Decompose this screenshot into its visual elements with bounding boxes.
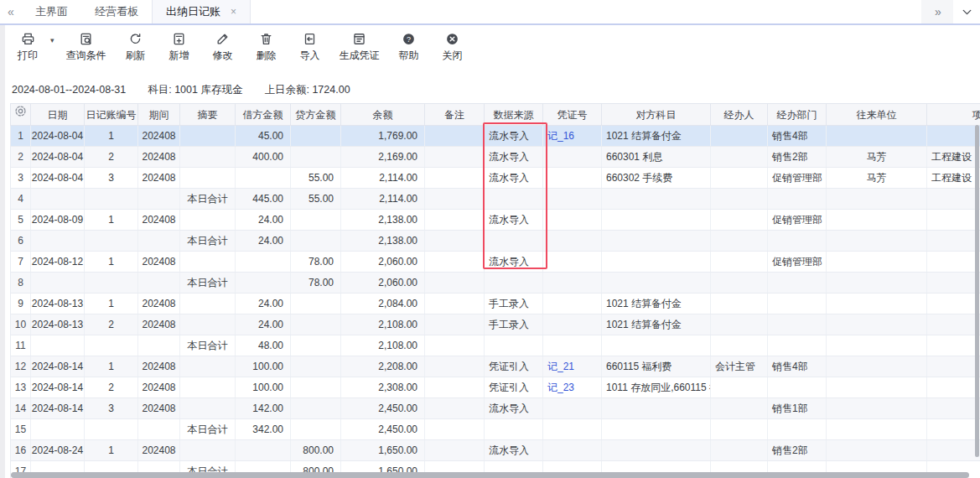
cell[interactable] bbox=[711, 126, 768, 147]
cell[interactable] bbox=[768, 419, 827, 440]
table-row-3[interactable]: 32024-08-04320240855.002,114.00流水导入66030… bbox=[11, 168, 980, 189]
cell[interactable] bbox=[927, 419, 980, 440]
cell[interactable] bbox=[768, 231, 827, 252]
column-header-5[interactable]: 借方金额 bbox=[236, 104, 291, 126]
cell[interactable]: 202408 bbox=[138, 356, 180, 377]
cell[interactable]: 凭证引入 bbox=[485, 356, 543, 377]
cell[interactable] bbox=[711, 398, 768, 419]
column-header-12[interactable]: 经办人 bbox=[711, 104, 768, 126]
cell[interactable] bbox=[927, 335, 980, 356]
toolbar-button-close[interactable]: 关闭 bbox=[438, 31, 467, 63]
cell[interactable]: 202408 bbox=[138, 126, 180, 147]
cell[interactable] bbox=[31, 189, 85, 210]
cell[interactable]: 2024-08-13 bbox=[31, 314, 85, 335]
table-row-1[interactable]: 12024-08-04120240845.001,769.00流水导入记_161… bbox=[11, 126, 980, 147]
table-row-8[interactable]: 8本日合计78.002,060.00 bbox=[11, 273, 980, 294]
cell[interactable] bbox=[85, 189, 138, 210]
cell[interactable]: 202408 bbox=[138, 252, 180, 273]
cell[interactable]: 1 bbox=[85, 440, 138, 461]
cell[interactable] bbox=[180, 398, 236, 419]
tab-close-icon[interactable]: × bbox=[231, 7, 236, 17]
cell[interactable] bbox=[485, 189, 543, 210]
cell[interactable]: 1021 结算备付金 bbox=[602, 314, 711, 335]
column-header-4[interactable]: 摘要 bbox=[180, 104, 236, 126]
column-settings-button[interactable] bbox=[11, 104, 31, 126]
table-row-4[interactable]: 4本日合计445.0055.002,114.00 bbox=[11, 189, 980, 210]
cell[interactable] bbox=[31, 419, 85, 440]
cell[interactable]: 马芳 bbox=[827, 147, 927, 168]
cell[interactable] bbox=[927, 398, 980, 419]
cell[interactable] bbox=[827, 189, 927, 210]
cell[interactable] bbox=[711, 419, 768, 440]
cell[interactable] bbox=[236, 440, 291, 461]
cell[interactable] bbox=[711, 377, 768, 398]
cell[interactable]: 销售2部 bbox=[768, 440, 827, 461]
cell[interactable] bbox=[138, 189, 180, 210]
cell[interactable] bbox=[425, 168, 485, 189]
column-header-13[interactable]: 经办部门 bbox=[768, 104, 827, 126]
cell[interactable] bbox=[543, 294, 602, 314]
vertical-scrollbar[interactable] bbox=[975, 125, 979, 457]
cell[interactable] bbox=[711, 314, 768, 335]
cell[interactable] bbox=[291, 147, 341, 168]
cell[interactable]: 本日合计 bbox=[180, 419, 236, 440]
cell[interactable]: 24.00 bbox=[236, 294, 291, 314]
toolbar-button-refresh[interactable]: 刷新 bbox=[122, 31, 150, 63]
cell[interactable]: 14 bbox=[11, 398, 31, 419]
cell[interactable] bbox=[425, 231, 485, 252]
cell[interactable]: 手工录入 bbox=[485, 314, 543, 335]
cell[interactable]: 2024-08-24 bbox=[31, 440, 85, 461]
cell[interactable] bbox=[180, 210, 236, 231]
cell[interactable] bbox=[602, 210, 711, 231]
cell[interactable] bbox=[827, 314, 927, 335]
cell[interactable]: 2024-08-14 bbox=[31, 377, 85, 398]
cell[interactable] bbox=[180, 252, 236, 273]
print-dropdown-icon[interactable]: ▾ bbox=[50, 36, 54, 44]
cell[interactable] bbox=[180, 147, 236, 168]
cell[interactable]: 2024-08-14 bbox=[31, 398, 85, 419]
cell[interactable] bbox=[485, 231, 543, 252]
cell[interactable]: 9 bbox=[11, 294, 31, 314]
cell[interactable]: 工程建设 bbox=[927, 168, 980, 189]
cell[interactable]: 100.00 bbox=[236, 377, 291, 398]
table-row-10[interactable]: 102024-08-13220240824.002,108.00手工录入1021… bbox=[11, 314, 980, 335]
cell[interactable]: 8 bbox=[11, 273, 31, 294]
table-row-15[interactable]: 15本日合计342.002,450.00 bbox=[11, 419, 980, 440]
cell[interactable]: 445.00 bbox=[236, 189, 291, 210]
cell[interactable]: 马芳 bbox=[827, 168, 927, 189]
horizontal-scrollbar[interactable] bbox=[11, 472, 969, 478]
cell[interactable] bbox=[827, 335, 927, 356]
tab-1[interactable]: 主界面 bbox=[22, 0, 81, 23]
cell[interactable] bbox=[602, 419, 711, 440]
cell[interactable]: 2024-08-13 bbox=[31, 294, 85, 314]
cell[interactable]: 2,084.00 bbox=[341, 294, 425, 314]
cell[interactable] bbox=[827, 440, 927, 461]
cell[interactable] bbox=[543, 273, 602, 294]
cell[interactable]: 2 bbox=[85, 377, 138, 398]
cell[interactable] bbox=[768, 377, 827, 398]
cell[interactable] bbox=[711, 252, 768, 273]
cell[interactable]: 销售4部 bbox=[768, 126, 827, 147]
cell[interactable] bbox=[543, 419, 602, 440]
cell[interactable] bbox=[180, 294, 236, 314]
toolbar-button-import[interactable]: 导入 bbox=[296, 31, 324, 63]
cell[interactable] bbox=[543, 168, 602, 189]
cell[interactable] bbox=[711, 273, 768, 294]
cell[interactable]: 10 bbox=[11, 314, 31, 335]
cell[interactable]: 142.00 bbox=[236, 398, 291, 419]
cell[interactable]: 5 bbox=[11, 210, 31, 231]
cell[interactable]: 工程建设 bbox=[927, 147, 980, 168]
cell[interactable]: 本日合计 bbox=[180, 231, 236, 252]
cell[interactable] bbox=[236, 273, 291, 294]
cell[interactable] bbox=[31, 335, 85, 356]
cell[interactable] bbox=[485, 273, 543, 294]
cell[interactable]: 100.00 bbox=[236, 356, 291, 377]
cell[interactable]: 凭证引入 bbox=[485, 377, 543, 398]
cell[interactable]: 3 bbox=[11, 168, 31, 189]
cell[interactable]: 660301 利息 bbox=[602, 147, 711, 168]
cell[interactable] bbox=[425, 440, 485, 461]
table-row-13[interactable]: 132024-08-142202408100.002,308.00凭证引入记_2… bbox=[11, 377, 980, 398]
cell[interactable] bbox=[425, 314, 485, 335]
table-row-6[interactable]: 6本日合计24.002,138.00 bbox=[11, 231, 980, 252]
cell[interactable]: 15 bbox=[11, 419, 31, 440]
